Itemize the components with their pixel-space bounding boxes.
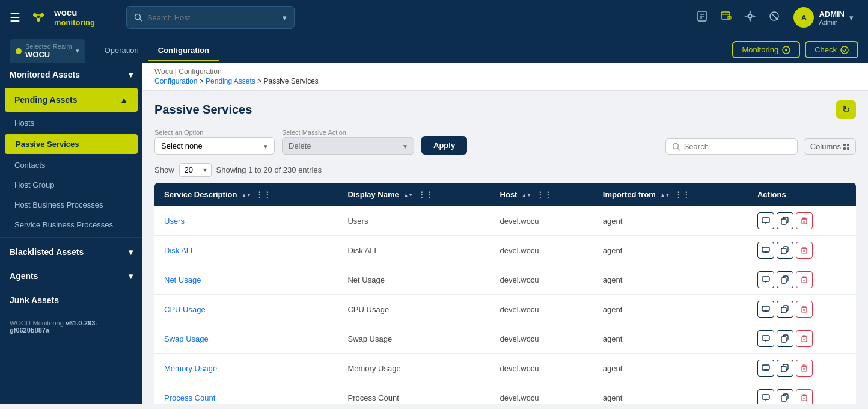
sort-icon-display-name[interactable]: ▲▼ <box>403 193 413 198</box>
col-menu-icon-host[interactable]: ⋮⋮ <box>536 190 552 199</box>
monitor-button[interactable] <box>757 301 774 318</box>
cell-display-name: Users <box>338 206 490 236</box>
show-select[interactable]: 10 20 50 100 <box>179 163 212 177</box>
service-description-link[interactable]: Net Usage <box>164 275 201 284</box>
hamburger-button[interactable]: ☰ <box>10 10 20 25</box>
col-menu-icon-imported-from[interactable]: ⋮⋮ <box>674 190 690 199</box>
junk-assets-header[interactable]: Junk Assets <box>0 288 142 312</box>
pending-assets-header[interactable]: Pending Assets ▲ <box>5 88 138 112</box>
sidebar-item-hosts[interactable]: Hosts <box>0 113 142 133</box>
delete-button[interactable] <box>796 212 813 229</box>
delete-button[interactable] <box>796 389 813 404</box>
monitor-button[interactable] <box>757 271 774 288</box>
realm-dot <box>16 48 22 54</box>
delete-button[interactable] <box>796 242 813 259</box>
blind-icon-button[interactable] <box>765 8 784 28</box>
monitor-button[interactable] <box>757 389 774 404</box>
search-host-input[interactable] <box>147 13 278 22</box>
second-bar: Selected Realm WOCU ▾ Operation Configur… <box>0 35 868 63</box>
monitoring-button[interactable]: Monitoring <box>732 41 800 58</box>
copy-button[interactable] <box>777 242 793 259</box>
copy-button[interactable] <box>777 360 793 377</box>
showing-summary: Showing 1 to 20 of 230 entries <box>216 165 322 174</box>
page-content: Passive Services ↻ Select an Option Sele… <box>142 91 868 404</box>
agents-header[interactable]: Agents ▾ <box>0 264 142 288</box>
monitored-assets-section: Monitored Assets ▾ <box>0 63 142 87</box>
select-option-select[interactable]: Select none <box>154 137 275 155</box>
window-icon-button[interactable] <box>717 8 736 28</box>
search-host-bar[interactable]: ▾ <box>126 6 295 29</box>
col-display-name: Display Name ▲▼ ⋮⋮ <box>338 183 490 206</box>
svg-rect-82 <box>781 396 786 401</box>
sidebar-item-passive-services[interactable]: Passive Services <box>5 134 138 154</box>
copy-button[interactable] <box>777 301 793 318</box>
copy-button[interactable] <box>777 389 793 404</box>
breadcrumb-configuration[interactable]: Configuration <box>154 77 197 85</box>
sort-icon-service-description[interactable]: ▲▼ <box>242 193 251 198</box>
table-row: Users Users devel.wocu agent <box>154 206 856 236</box>
delete-button[interactable] <box>796 360 813 377</box>
cell-host: devel.wocu <box>491 354 593 383</box>
sidebar-item-host-business-processes[interactable]: Host Business Processes <box>0 195 142 215</box>
svg-rect-51 <box>762 306 769 311</box>
cell-actions <box>748 236 856 265</box>
service-description-link[interactable]: Swap Usage <box>164 334 209 343</box>
delete-button[interactable] <box>796 330 813 347</box>
col-menu-icon-service-description[interactable]: ⋮⋮ <box>255 190 271 199</box>
svg-rect-37 <box>781 248 786 254</box>
select-option-label: Select an Option <box>154 129 275 136</box>
document-icon-button[interactable] <box>692 8 712 28</box>
gear-icon-button[interactable] <box>741 8 760 28</box>
junk-assets-section: Junk Assets <box>0 288 142 312</box>
cell-service-description: CPU Usage <box>154 295 338 324</box>
sort-icon-host[interactable]: ▲▼ <box>522 193 531 198</box>
sidebar-item-service-business-processes[interactable]: Service Business Processes <box>0 215 142 235</box>
service-description-link[interactable]: Users <box>164 217 185 226</box>
search-host-chevron: ▾ <box>283 13 287 22</box>
breadcrumb-pending-assets[interactable]: Pending Assets <box>206 77 255 85</box>
service-description-link[interactable]: Process Count <box>164 393 215 402</box>
search-input-wrap[interactable] <box>665 138 798 155</box>
massive-action-select[interactable]: Delete <box>282 137 414 155</box>
copy-button[interactable] <box>777 271 793 288</box>
service-description-link[interactable]: Memory Usage <box>164 364 217 373</box>
monitor-button[interactable] <box>757 242 774 259</box>
realm-selector[interactable]: Selected Realm WOCU ▾ <box>10 39 85 63</box>
cell-host: devel.wocu <box>491 265 593 295</box>
sort-icon-imported-from[interactable]: ▲▼ <box>661 193 670 198</box>
page-title: Passive Services <box>154 103 252 117</box>
tab-configuration[interactable]: Configuration <box>148 41 219 61</box>
refresh-button[interactable]: ↻ <box>836 100 856 119</box>
sidebar-item-host-group[interactable]: Host Group <box>0 175 142 195</box>
columns-button[interactable]: Columns <box>804 138 856 155</box>
svg-rect-75 <box>802 366 807 371</box>
copy-button[interactable] <box>777 212 793 229</box>
monitor-button[interactable] <box>757 212 774 229</box>
nav-icons: A ADMIN Admin ▾ <box>692 5 858 30</box>
service-description-link[interactable]: Disk ALL <box>164 246 195 255</box>
copy-button[interactable] <box>777 330 793 347</box>
data-table: Service Description ▲▼ ⋮⋮ Display Name ▲… <box>154 183 856 404</box>
table-search-input[interactable] <box>684 142 791 151</box>
cell-host: devel.wocu <box>491 324 593 354</box>
col-menu-icon-display-name[interactable]: ⋮⋮ <box>418 190 433 199</box>
apply-button[interactable]: Apply <box>421 136 467 155</box>
table-row: Swap Usage Swap Usage devel.wocu agent <box>154 324 856 354</box>
show-label: Show <box>154 165 174 174</box>
blacklisted-assets-header[interactable]: Blacklisted Assets ▾ <box>0 240 142 264</box>
user-chevron: ▾ <box>849 13 854 22</box>
sidebar-item-contacts[interactable]: Contacts <box>0 155 142 175</box>
agents-section: Agents ▾ <box>0 264 142 288</box>
cell-actions <box>748 354 856 383</box>
tab-operation[interactable]: Operation <box>95 41 148 61</box>
svg-rect-46 <box>781 278 786 283</box>
delete-button[interactable] <box>796 301 813 318</box>
delete-button[interactable] <box>796 271 813 288</box>
monitor-button[interactable] <box>757 360 774 377</box>
check-button[interactable]: Check <box>805 41 858 58</box>
user-menu[interactable]: A ADMIN Admin ▾ <box>789 5 858 30</box>
table-row: Disk ALL Disk ALL devel.wocu agent <box>154 236 856 265</box>
monitor-button[interactable] <box>757 330 774 347</box>
service-description-link[interactable]: CPU Usage <box>164 305 206 314</box>
monitored-assets-header[interactable]: Monitored Assets ▾ <box>0 63 142 87</box>
